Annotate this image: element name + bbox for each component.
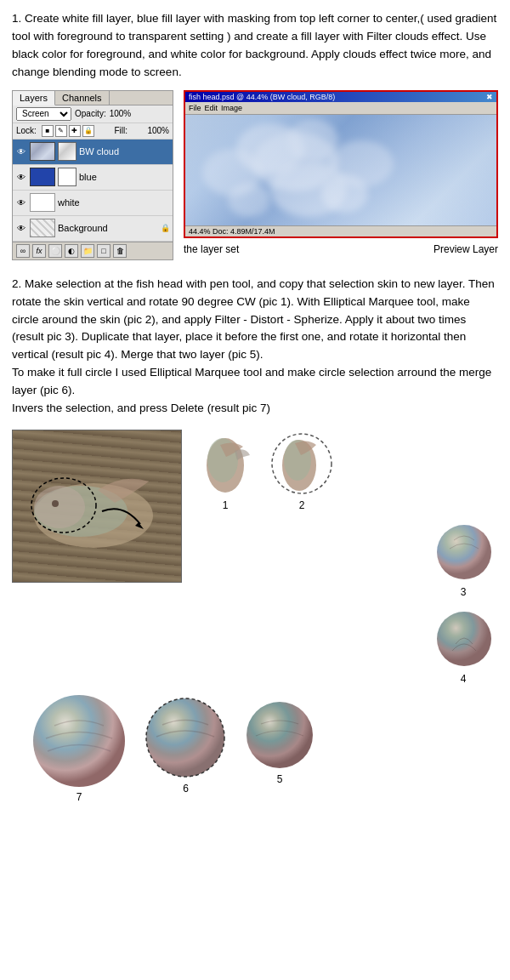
thumb-row-4: 4 [190,603,498,685]
thumb-img-7 [29,692,129,789]
cloud-preview-image [185,115,496,225]
lock-label: Lock: [16,126,37,135]
thumb-num-1: 1 [223,499,229,511]
new-layer-icon[interactable]: □ [97,244,110,258]
layer-name-white: white [58,197,170,208]
layer-row-blue[interactable]: 👁 blue [13,165,173,191]
thumb-item-7: 7 [29,692,129,803]
svg-point-2 [34,486,85,528]
preview-area: fish head.psd @ 44.4% (BW cloud, RGB/8) … [184,90,498,255]
opacity-value: 100% [110,109,132,118]
step2-section: 2. Make selection at the fish head with … [12,276,498,803]
preview-title: fish head.psd @ 44.4% (BW cloud, RGB/8) [189,93,335,101]
fish-sketch-svg [13,430,174,575]
layer-row-white[interactable]: 👁 white [13,191,173,216]
thumb-img-3 [428,516,498,584]
step2-images: 1 [12,430,498,803]
fish-photo-row: 1 [12,430,498,685]
thumb-num-7: 7 [76,791,82,803]
thumb-img-2 [267,430,337,498]
delete-icon[interactable]: 🗑 [113,244,127,258]
svg-point-15 [246,702,313,768]
adjustment-icon[interactable]: ◐ [65,244,78,258]
thumb-item-1: 1 [190,430,260,511]
step1-section: 1. Create white fill layer, blue fill la… [12,10,498,260]
thumb-num-4: 4 [461,673,467,685]
layers-panel: Layers Channels Screen Normal Multiply O… [12,90,173,260]
preview-labels: the layer set Preview Layer [184,243,498,255]
thumb-num-2: 2 [299,499,305,511]
lock-move-icon[interactable]: ✚ [69,125,81,137]
layers-area: Layers Channels Screen Normal Multiply O… [12,90,498,260]
fish-photo-large [12,430,182,583]
layer-row-bwcloud[interactable]: 👁 BW cloud [13,140,173,165]
svg-point-11 [437,612,491,666]
layers-tab[interactable]: Layers [13,91,55,105]
svg-point-10 [437,525,491,579]
layer-name-blue: blue [79,172,170,182]
mask-icon[interactable]: ⚪ [48,244,62,258]
thumb-img-5 [242,698,317,772]
eye-icon-blue[interactable]: 👁 [15,171,27,183]
caption-right: Preview Layer [434,243,498,255]
fill-value: 100% [147,126,169,135]
thumb-img-1 [190,430,260,498]
thumb-img-6 [141,694,230,781]
step2-number: 2. [12,277,21,290]
window-close[interactable]: ✖ [486,93,493,101]
layer-thumb-bwcloud [30,142,55,161]
eye-icon-bwcloud[interactable]: 👁 [15,145,27,157]
thumb-num-3: 3 [461,586,467,598]
preview-statusbar: 44.4% Doc: 4.89M/17.4M [185,225,496,236]
thumb-item-4: 4 [428,603,498,685]
layer-thumb-bg [30,219,55,237]
preview-toolbar: File Edit Image [185,102,496,115]
lock-icons: ■ ✎ ✚ 🔒 [42,125,94,137]
step2-text: 2. Make selection at the fish head with … [12,276,498,418]
thumb-row-3: 3 [190,516,498,598]
thumb-item-3: 3 [428,516,498,598]
layers-bottom-bar: ∞ fx ⚪ ◐ 📁 □ 🗑 [13,242,173,259]
preview-titlebar: fish head.psd @ 44.4% (BW cloud, RGB/8) … [185,92,496,102]
step1-number: 1. [12,12,21,25]
layers-tabs: Layers Channels [13,91,173,105]
lock-row: Lock: ■ ✎ ✚ 🔒 Fill: 100% [13,123,173,140]
thumb-item-2: 2 [267,430,337,511]
thumb-img-4 [428,603,498,671]
lock-all-icon[interactable]: 🔒 [82,125,94,137]
opacity-label: Opacity: [75,109,106,118]
folder-icon[interactable]: 📁 [81,244,94,258]
thumb-row-1-2: 1 [190,430,498,511]
eye-icon-bg[interactable]: 👁 [15,222,27,234]
lock-pixel-icon[interactable]: ■ [42,125,54,137]
svg-point-4 [52,500,59,507]
svg-point-12 [33,695,125,787]
preview-window: fish head.psd @ 44.4% (BW cloud, RGB/8) … [184,90,498,238]
layer-mask-blue [58,168,76,186]
layer-name-bg: Background [58,223,157,233]
blend-mode-select[interactable]: Screen Normal Multiply [16,107,71,121]
thumb-num-5: 5 [277,773,283,785]
layer-mask-bwcloud [58,142,76,161]
lock-icon-bg: 🔒 [160,223,170,233]
layer-thumb-blue [30,168,55,186]
fill-label: Fill: [114,126,128,135]
layer-row-background[interactable]: 👁 Background 🔒 [13,216,173,242]
thumb-item-5: 5 [242,698,317,785]
thumb-num-6: 6 [183,783,189,795]
small-thumbnails: 1 [190,430,498,685]
lock-paint-icon[interactable]: ✎ [55,125,67,137]
fx-icon[interactable]: fx [32,244,46,258]
caption-left: the layer set [184,243,239,255]
channels-tab[interactable]: Channels [55,91,109,105]
statusbar-text: 44.4% Doc: 4.89M/17.4M [189,227,275,236]
layer-name-bwcloud: BW cloud [79,146,170,157]
layer-thumb-white [30,193,55,212]
link-icon[interactable]: ∞ [16,244,30,258]
bottom-row-spheres: 7 [12,692,498,803]
eye-icon-white[interactable]: 👁 [15,197,27,208]
thumb-item-6: 6 [141,694,230,795]
step1-text: 1. Create white fill layer, blue fill la… [12,10,498,82]
blend-opacity-row: Screen Normal Multiply Opacity: 100% [13,105,173,123]
step1-body: Create white fill layer, blue fill layer… [12,12,496,78]
